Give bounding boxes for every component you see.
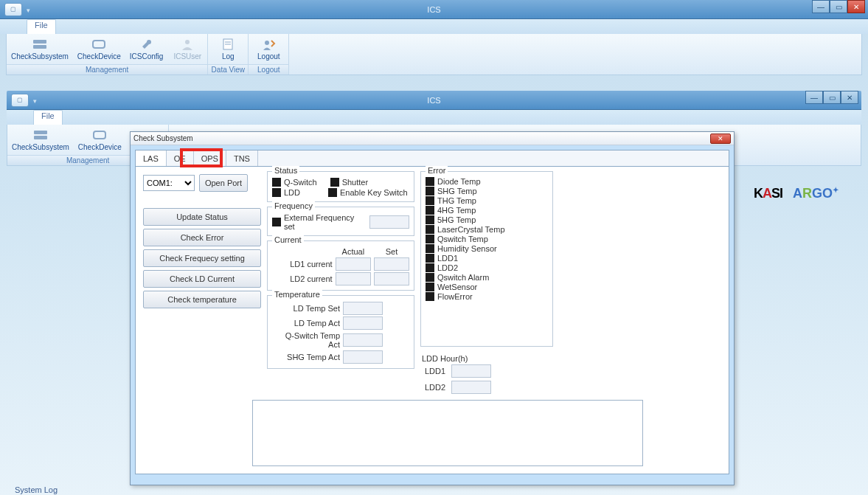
error-indicator xyxy=(426,273,434,282)
label: External Frequency set xyxy=(284,213,367,231)
check-temperature-button[interactable]: Check temperature xyxy=(143,291,261,308)
dialog-title: Check Subsystem xyxy=(133,134,193,142)
minimize-button[interactable]: — xyxy=(812,0,830,13)
label: LD Temp Set xyxy=(272,304,340,313)
error-label: Qswitch Temp xyxy=(437,235,488,243)
check-frequency-button[interactable]: Check Frequecy setting xyxy=(143,249,261,267)
ld-temp-set-field[interactable] xyxy=(343,302,383,315)
error-indicator xyxy=(426,187,434,195)
label: Logout xyxy=(257,52,280,60)
label: ICSConfig xyxy=(130,52,164,60)
error-indicator xyxy=(426,283,434,291)
label: CheckSubsystem xyxy=(12,143,69,151)
dialog-titlebar: Check Subsystem ✕ xyxy=(131,132,734,145)
current-group: Current ActualSet LD1 current LD2 curren… xyxy=(267,240,414,291)
svg-rect-9 xyxy=(34,136,47,139)
ld1-actual-field[interactable] xyxy=(336,257,371,271)
label: LDD1 xyxy=(425,367,445,375)
label: Shutter xyxy=(342,178,368,187)
ics-user-button[interactable]: ICSUser xyxy=(167,34,207,64)
app-orb-button[interactable]: ▢ xyxy=(4,3,22,16)
svg-point-7 xyxy=(265,41,269,45)
minimize-button-2[interactable]: — xyxy=(805,91,823,104)
label: ICSUser xyxy=(173,52,201,60)
message-log-textarea[interactable] xyxy=(252,400,643,466)
label: LD Temp Act xyxy=(272,319,340,328)
restore-button[interactable]: ▭ xyxy=(830,0,847,13)
log-button[interactable]: Log xyxy=(208,34,248,64)
com-port-select[interactable]: COM1: xyxy=(143,175,195,191)
qswitch-temp-act-field[interactable] xyxy=(343,333,383,347)
check-subsystem-button[interactable]: CheckSubsystem xyxy=(7,34,73,64)
ld2-set-field[interactable] xyxy=(374,272,409,285)
label: Q-Switch Temp Act xyxy=(272,331,340,349)
label: CheckSubsystem xyxy=(11,52,69,60)
ld2-actual-field[interactable] xyxy=(336,272,371,285)
tab-ops[interactable]: OPS xyxy=(194,150,226,166)
server-icon xyxy=(31,38,49,51)
qat-dropdown-icon[interactable]: ▾ xyxy=(27,7,32,13)
close-button-2[interactable]: ✕ xyxy=(841,91,858,104)
ldd-hour-title: LDD Hour(h) xyxy=(420,354,553,363)
group-label-management: Management xyxy=(7,64,207,75)
check-subsystem-button-2[interactable]: CheckSubsystem xyxy=(7,125,74,155)
error-label: Diode Temp xyxy=(437,177,481,186)
tab-tns[interactable]: TNS xyxy=(226,150,258,166)
label: CheckDevice xyxy=(77,52,121,60)
ext-freq-field[interactable] xyxy=(369,215,409,229)
ld-temp-act-field[interactable] xyxy=(343,316,383,330)
error-label: SHG Temp xyxy=(437,187,477,195)
error-label: Humidity Sensor xyxy=(437,244,497,253)
error-label: 5HG Temp xyxy=(437,215,476,224)
label: LDD2 xyxy=(425,383,445,392)
restore-button-2[interactable]: ▭ xyxy=(823,91,841,104)
tab-oe[interactable]: OE xyxy=(167,150,194,166)
tab-las[interactable]: LAS xyxy=(136,150,167,166)
col-set: Set xyxy=(374,247,409,256)
ribbon: CheckSubsystem CheckDevice ICSConfig ICS… xyxy=(6,34,862,75)
svg-rect-2 xyxy=(93,41,105,48)
label: Enable Key Switch xyxy=(340,188,408,197)
check-device-button-2[interactable]: CheckDevice xyxy=(74,125,126,155)
ld1-set-field[interactable] xyxy=(374,257,409,271)
error-label: THG Temp xyxy=(437,196,476,205)
shutter-indicator xyxy=(330,178,339,187)
frequency-group: Frequency External Frequency set xyxy=(267,207,414,236)
ribbon-tab-file[interactable]: File xyxy=(27,19,56,34)
group-title: Status xyxy=(272,166,299,175)
label: LD2 current xyxy=(272,274,333,283)
ldd2-hour-field[interactable] xyxy=(451,381,491,394)
device-icon xyxy=(90,38,108,51)
ribbon-tab-file-2[interactable]: File xyxy=(33,110,63,125)
temperature-group: Temperature LD Temp Set LD Temp Act Q-Sw… xyxy=(267,295,414,369)
group-title: Temperature xyxy=(272,290,322,299)
qat-dropdown-icon-2[interactable]: ▾ xyxy=(33,97,39,103)
label: Q-Switch xyxy=(284,178,317,187)
shg-temp-act-field[interactable] xyxy=(343,350,383,364)
error-label: 4HG Temp xyxy=(437,206,476,215)
close-button[interactable]: ✕ xyxy=(847,0,865,13)
ldd1-hour-field[interactable] xyxy=(451,364,491,378)
error-indicator xyxy=(426,215,434,224)
check-ld-current-button[interactable]: Check LD Current xyxy=(143,270,261,288)
ldd-indicator xyxy=(272,188,281,197)
error-label: Qswitch Alarm xyxy=(437,273,489,282)
label: Log xyxy=(222,52,235,60)
group-title: Frequency xyxy=(272,201,315,210)
error-indicator xyxy=(426,292,434,301)
update-status-button[interactable]: Update Status xyxy=(143,208,261,226)
logout-button[interactable]: Logout xyxy=(249,34,288,64)
label: LD1 current xyxy=(272,260,333,269)
ics-config-button[interactable]: ICSConfig xyxy=(125,34,168,64)
ribbon-tabstrip: File xyxy=(0,19,868,34)
server-icon xyxy=(32,128,49,142)
check-error-button[interactable]: Check Error xyxy=(143,229,261,246)
check-device-button[interactable]: CheckDevice xyxy=(73,34,125,64)
col-actual: Actual xyxy=(336,247,371,256)
app-orb-button-2[interactable]: ▢ xyxy=(11,94,29,107)
qswitch-indicator xyxy=(272,178,281,187)
logout-icon xyxy=(260,38,277,51)
open-port-button[interactable]: Open Port xyxy=(199,174,248,192)
svg-rect-0 xyxy=(33,40,46,44)
dialog-close-button[interactable]: ✕ xyxy=(710,134,731,144)
